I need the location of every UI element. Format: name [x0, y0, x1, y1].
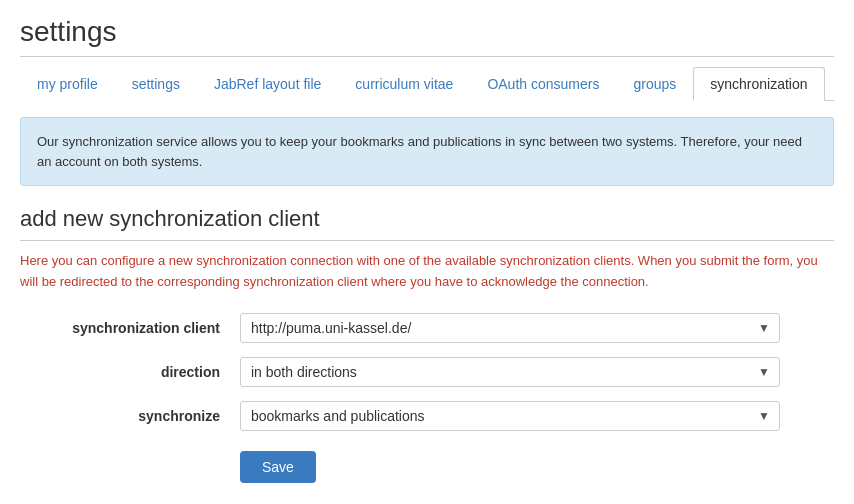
info-box-text: Our synchronization service allows you t… — [37, 134, 802, 169]
tab-my-profile[interactable]: my profile — [20, 67, 115, 101]
direction-control: in both directions from client to server… — [240, 357, 780, 387]
synchronize-select[interactable]: bookmarks and publications bookmarks onl… — [240, 401, 780, 431]
sync-client-select-wrapper: http://puma.uni-kassel.de/ ▼ — [240, 313, 780, 343]
direction-select-wrapper: in both directions from client to server… — [240, 357, 780, 387]
form-row-direction: direction in both directions from client… — [20, 357, 834, 387]
save-button[interactable]: Save — [240, 451, 316, 483]
label-sync-client: synchronization client — [20, 320, 240, 336]
tabs-nav: my profile settings JabRef layout file c… — [20, 67, 834, 101]
info-box: Our synchronization service allows you t… — [20, 117, 834, 186]
direction-select[interactable]: in both directions from client to server… — [240, 357, 780, 387]
section-title: add new synchronization client — [20, 206, 834, 241]
page-wrapper: settings my profile settings JabRef layo… — [0, 0, 854, 499]
tab-settings[interactable]: settings — [115, 67, 197, 101]
form-row-sync-client: synchronization client http://puma.uni-k… — [20, 313, 834, 343]
page-title: settings — [20, 16, 834, 57]
label-synchronize: synchronize — [20, 408, 240, 424]
section-description: Here you can configure a new synchroniza… — [20, 251, 834, 293]
synchronize-control: bookmarks and publications bookmarks onl… — [240, 401, 780, 431]
synchronize-select-wrapper: bookmarks and publications bookmarks onl… — [240, 401, 780, 431]
tab-synchronization[interactable]: synchronization — [693, 67, 824, 101]
tab-groups[interactable]: groups — [616, 67, 693, 101]
form-row-synchronize: synchronize bookmarks and publications b… — [20, 401, 834, 431]
form-actions: Save — [20, 445, 834, 483]
sync-client-select[interactable]: http://puma.uni-kassel.de/ — [240, 313, 780, 343]
tab-jabref-layout[interactable]: JabRef layout file — [197, 67, 338, 101]
label-direction: direction — [20, 364, 240, 380]
sync-form: synchronization client http://puma.uni-k… — [20, 313, 834, 483]
tab-oauth-consumers[interactable]: OAuth consumers — [470, 67, 616, 101]
tab-curriculum-vitae[interactable]: curriculum vitae — [338, 67, 470, 101]
sync-client-control: http://puma.uni-kassel.de/ ▼ — [240, 313, 780, 343]
